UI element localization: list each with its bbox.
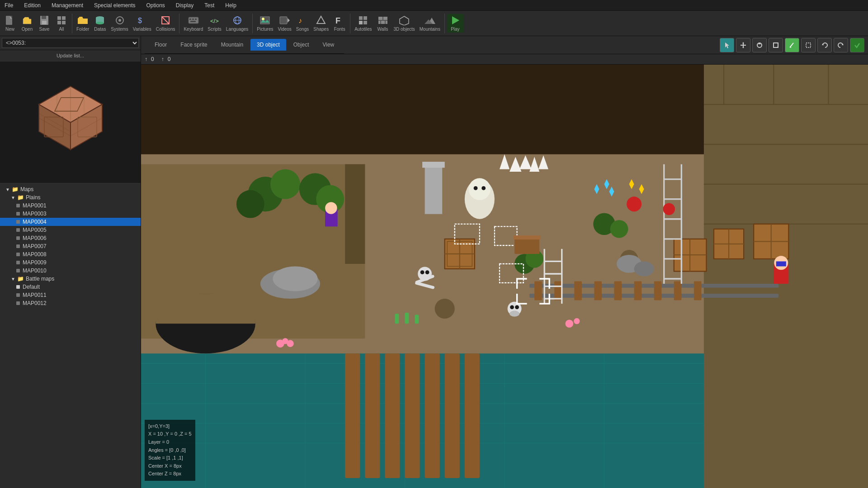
menu-test[interactable]: Test xyxy=(202,1,217,9)
tree-group-battlemaps[interactable]: ▼ 📁 Battle maps xyxy=(0,275,141,283)
toolbar-systems[interactable]: Systems xyxy=(109,14,130,33)
tab-object[interactable]: Object xyxy=(287,39,316,51)
tree-map-MAP0007[interactable]: MAP0007 xyxy=(0,242,141,250)
tree-group-plains[interactable]: ▼ 📁 Plains xyxy=(0,193,141,202)
toolbar-songs[interactable]: ♪ Songs xyxy=(294,14,311,33)
menu-options[interactable]: Options xyxy=(143,1,167,9)
systems-icon xyxy=(114,15,125,26)
svg-text:♪: ♪ xyxy=(298,17,302,24)
tree-default[interactable]: Default xyxy=(0,283,141,291)
map-dropdown[interactable]: <>0053: xyxy=(2,38,139,48)
toolbar-collisions[interactable]: Collisions xyxy=(154,14,177,33)
tree-root-label: Maps xyxy=(20,186,33,192)
svg-rect-22 xyxy=(190,21,196,22)
toolbar-mountains[interactable]: Mountains xyxy=(418,14,442,33)
menu-edition[interactable]: Edition xyxy=(21,1,43,9)
tab-mountain[interactable]: Mountain xyxy=(215,39,250,51)
menu-management[interactable]: Management xyxy=(49,1,86,9)
svg-marker-30 xyxy=(288,18,290,23)
3d-object-preview xyxy=(0,61,141,183)
menu-special-elements[interactable]: Special elements xyxy=(91,1,138,9)
toolbar-open-label: Open xyxy=(22,27,33,32)
undo-button[interactable] xyxy=(817,38,832,52)
tree-map-MAP0004[interactable]: MAP0004 xyxy=(0,218,141,226)
svg-rect-117 xyxy=(674,282,682,300)
tree-map-MAP0005[interactable]: MAP0005 xyxy=(0,226,141,234)
map0011-bullet xyxy=(16,293,20,297)
toolbar-languages[interactable]: Languages xyxy=(224,14,250,33)
cursor-tool-button[interactable] xyxy=(720,38,734,52)
sep3 xyxy=(252,14,253,33)
new-icon xyxy=(5,15,15,26)
tree-map-MAP0011[interactable]: MAP0011 xyxy=(0,291,141,299)
toolbar-videos[interactable]: Videos xyxy=(276,14,293,33)
songs-icon: ♪ xyxy=(297,15,308,26)
toolbar-walls[interactable]: Walls xyxy=(375,14,391,33)
toolbar-keyboard[interactable]: Keyboard xyxy=(182,14,205,33)
tree-map-MAP0008[interactable]: MAP0008 xyxy=(0,250,141,258)
tab-view[interactable]: View xyxy=(316,39,340,51)
toolbar-variables[interactable]: $ Variables xyxy=(131,14,153,33)
toolbar-scripts[interactable]: </> Scripts xyxy=(206,14,223,33)
toolbar-fonts[interactable]: F Fonts xyxy=(331,14,348,33)
toolbar-pictures[interactable]: Pictures xyxy=(255,14,275,33)
tree-map-MAP0009[interactable]: MAP0009 xyxy=(0,258,141,267)
tree-root-maps[interactable]: ▼ 📁 Maps xyxy=(0,185,141,193)
toolbar-3dobjects[interactable]: 3D objects xyxy=(392,14,417,33)
info-line3: Layer = 0 xyxy=(148,438,192,446)
languages-icon xyxy=(232,15,243,26)
coord-x-arrow: ↑ xyxy=(145,56,147,62)
info-line5: Scale = [1 ,1 ,1] xyxy=(148,454,192,462)
rotate-tool-button[interactable] xyxy=(752,38,767,52)
tree-map0008-label: MAP0008 xyxy=(23,251,47,258)
toolbar-folder[interactable]: Folder xyxy=(75,14,91,33)
tree-map-MAP0012[interactable]: MAP0012 xyxy=(0,299,141,307)
svg-rect-37 xyxy=(363,21,367,24)
toolbar-datas[interactable]: Datas xyxy=(92,14,108,33)
toolbar-save[interactable]: Save xyxy=(36,14,52,33)
toolbar-play[interactable]: Play xyxy=(447,14,463,33)
toolbar-new[interactable]: New xyxy=(2,14,18,33)
confirm-button[interactable] xyxy=(850,38,864,52)
toolbar-folder-label: Folder xyxy=(76,27,89,32)
tree-map0012-label: MAP0012 xyxy=(23,300,47,306)
tree-map-MAP0010[interactable]: MAP0010 xyxy=(0,267,141,275)
svg-rect-111 xyxy=(554,282,562,300)
tree-map-MAP0001[interactable]: MAP0001 xyxy=(0,202,141,210)
tree-map0005-label: MAP0005 xyxy=(23,227,47,233)
toolbar-autotiles[interactable]: Autotiles xyxy=(353,14,373,33)
toolbar-pictures-label: Pictures xyxy=(257,27,273,32)
toolbar-videos-label: Videos xyxy=(278,27,291,32)
menubar: File Edition Management Special elements… xyxy=(0,0,868,11)
tree-map0009-label: MAP0009 xyxy=(23,259,47,266)
map0012-bullet xyxy=(16,301,20,305)
svg-point-157 xyxy=(474,186,478,190)
tree-map-MAP0003[interactable]: MAP0003 xyxy=(0,210,141,218)
toolbar-open[interactable]: Open xyxy=(19,14,35,33)
editor-controls: ↑ 0 ↑ 0 xyxy=(141,54,868,65)
redo-button[interactable] xyxy=(834,38,848,52)
tab-floor[interactable]: Floor xyxy=(148,39,173,51)
menu-help[interactable]: Help xyxy=(222,1,239,9)
update-list-button[interactable]: Update list... xyxy=(0,50,141,61)
svg-point-174 xyxy=(663,203,675,215)
toolbar-shapes[interactable]: Shapes xyxy=(311,14,330,33)
tab-3d-object[interactable]: 3D object xyxy=(250,39,286,51)
tab-face-sprite[interactable]: Face sprite xyxy=(174,39,213,51)
map-canvas[interactable]: [x=0,Y=3] X = 10 ,Y = 0 ,Z = 5 Layer = 0… xyxy=(141,65,868,488)
coord-z-value: 0 xyxy=(168,56,171,62)
frame-tool-button[interactable] xyxy=(801,38,816,52)
tree-map-MAP0006[interactable]: MAP0006 xyxy=(0,234,141,242)
editor-tools xyxy=(720,38,864,52)
info-overlay: [x=0,Y=3] X = 10 ,Y = 0 ,Z = 5 Layer = 0… xyxy=(145,420,195,481)
svg-point-188 xyxy=(565,319,573,328)
menu-file[interactable]: File xyxy=(2,1,16,9)
svg-point-180 xyxy=(435,299,455,319)
menu-display[interactable]: Display xyxy=(173,1,196,9)
scale-tool-button[interactable] xyxy=(769,38,783,52)
pencil-tool-button[interactable] xyxy=(785,38,799,52)
info-line2: X = 10 ,Y = 0 ,Z = 5 xyxy=(148,430,192,438)
transform-tool-button[interactable] xyxy=(736,38,750,52)
toolbar-mountains-label: Mountains xyxy=(420,27,440,32)
toolbar-all[interactable]: All xyxy=(53,14,70,33)
